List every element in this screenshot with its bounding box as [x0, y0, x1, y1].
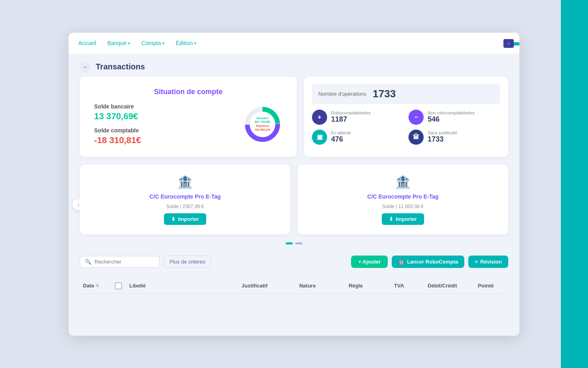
sans-just-icon: 🏛 — [408, 130, 424, 145]
bank-icon-2: 🏦 — [395, 174, 411, 189]
nav-edition[interactable]: Édition ▾ — [176, 40, 196, 46]
solde-comptable-label: Solde comptable — [94, 127, 230, 134]
download-icon-1: ⬇ — [171, 216, 176, 222]
donut-depenses-label: Dépenses — [255, 124, 270, 128]
download-icon-2: ⬇ — [389, 216, 393, 222]
nav-compta-label: Compta — [141, 40, 161, 46]
app-window: → Accueil Banque ▾ Compta — [69, 33, 519, 336]
bank-icon-1: 🏦 — [177, 174, 193, 189]
more-criteria-label: Plus de critères — [170, 259, 205, 265]
attente-icon: ▣ — [312, 130, 327, 145]
donut-recettes-label: Recettes — [255, 116, 270, 120]
donut-labels: Recettes 681 739,26€ Dépenses 700 050,07… — [255, 116, 270, 132]
bank-card-subtitle-2: Solde | 11 003,30 € — [382, 204, 424, 209]
nav-banque-label: Banque — [107, 40, 126, 46]
nav-accueil-label: Accueil — [78, 40, 96, 46]
col-pointe: Pointé — [466, 283, 505, 289]
situation-inner: Solde bancaire 13 370,69€ Solde comptabl… — [94, 103, 282, 146]
bank-card-2: 🏦 C/C Eurocompte Pro E-Tag Solde | 11 00… — [298, 165, 508, 234]
robo-value: 1187 — [331, 115, 371, 124]
col-tva: TVA — [380, 283, 418, 289]
donut-depenses-value: 700 050,07€ — [255, 128, 270, 132]
main-content: Situation de compte Solde bancaire 13 37… — [69, 77, 519, 302]
non-robo-value: 546 — [428, 115, 475, 124]
situation-row: Situation de compte Solde bancaire 13 37… — [80, 77, 508, 157]
col-justificatif-label: Justificatif — [241, 283, 267, 289]
search-input[interactable] — [95, 259, 150, 265]
edition-chevron-icon: ▾ — [194, 41, 196, 45]
stats-card: Nombre d'opérations 1733 + Robocomptabil… — [304, 77, 508, 157]
svg-text:→: → — [506, 41, 511, 46]
dot-1 — [286, 242, 293, 244]
donut-chart: Recettes 681 739,26€ Dépenses 700 050,07… — [243, 104, 282, 144]
pagination-dots — [80, 242, 508, 244]
bank-card-title-1: C/C Eurocompte Pro E-Tag — [150, 193, 221, 200]
bank-card-1: 🏦 C/C Eurocompte Pro E-Tag Solde | 2367,… — [80, 165, 290, 234]
nav-compta[interactable]: Compta ▾ — [141, 40, 164, 46]
select-all-checkbox[interactable] — [115, 282, 122, 289]
banque-chevron-icon: ▾ — [128, 41, 130, 45]
page-header: ← Transactions — [69, 54, 519, 77]
nb-operations-value: 1733 — [373, 88, 396, 100]
navbar: Accueil Banque ▾ Compta ▾ Édition ▾ — [69, 33, 519, 54]
more-criteria-button[interactable]: Plus de critères — [164, 256, 211, 268]
col-nature: Nature — [283, 283, 331, 289]
nb-operations-label: Nombre d'opérations — [318, 91, 366, 97]
stat-sans-just-text: Sans justificatif 1733 — [428, 130, 457, 144]
character-illustration: → — [495, 33, 519, 63]
stat-attente-text: En attente 476 — [331, 130, 351, 144]
col-debit-label: Débit/Crédit — [428, 283, 457, 289]
col-libelle-label: Libellé — [129, 283, 146, 289]
non-robo-icon: − — [408, 110, 424, 125]
search-input-wrap: 🔍 — [80, 256, 160, 268]
sans-just-value: 1733 — [428, 135, 457, 144]
add-button[interactable]: + Ajouter — [351, 256, 388, 268]
col-check — [115, 282, 129, 289]
col-debit-credit: Débit/Crédit — [418, 283, 467, 289]
search-icon: 🔍 — [85, 259, 91, 265]
import-label-2: Importer — [396, 216, 417, 222]
revision-button[interactable]: ≡ Révision — [468, 256, 508, 268]
teal-sidebar — [561, 0, 588, 368]
launch-robo-button[interactable]: 🤖 Lancer RoboCompta — [392, 256, 464, 268]
bank-card-title-2: C/C Eurocompte Pro E-Tag — [367, 193, 439, 200]
bank-cards-row: 🏦 C/C Eurocompte Pro E-Tag Solde | 2367,… — [80, 165, 508, 234]
col-nature-label: Nature — [299, 283, 316, 289]
import-button-1[interactable]: ⬇ Importer — [164, 213, 206, 225]
robo-icon-btn: 🤖 — [398, 259, 404, 265]
back-button[interactable]: ← — [80, 61, 91, 73]
action-buttons: + Ajouter 🤖 Lancer RoboCompta ≡ Révision — [351, 256, 508, 268]
attente-label: En attente — [331, 130, 351, 135]
col-libelle: Libellé — [129, 283, 226, 289]
import-label-1: Importer — [178, 216, 199, 222]
compta-chevron-icon: ▾ — [162, 41, 164, 45]
non-robo-label: Non robocomptabilisées — [428, 110, 475, 115]
sans-just-label: Sans justificatif — [428, 130, 457, 135]
col-pointe-label: Pointé — [478, 283, 494, 289]
bank-card-subtitle-1: Solde | 2367,39 € — [166, 204, 204, 209]
col-date-label: Date — [83, 283, 94, 289]
stat-sans-just: 🏛 Sans justificatif 1733 — [408, 130, 500, 145]
nav-accueil[interactable]: Accueil — [78, 40, 96, 46]
situation-card: Situation de compte Solde bancaire 13 37… — [80, 77, 297, 157]
revision-label: Révision — [480, 259, 502, 265]
search-group: 🔍 Plus de critères — [80, 256, 211, 268]
balances: Solde bancaire 13 370,69€ Solde comptabl… — [94, 103, 230, 146]
table-header: Date ⇅ Libellé Justificatif Nature Règle — [80, 278, 508, 294]
robo-icon: + — [312, 110, 327, 125]
situation-title: Situation de compte — [94, 88, 282, 96]
dot-2 — [295, 242, 302, 244]
sort-icon-date: ⇅ — [96, 283, 99, 288]
import-button-2[interactable]: ⬇ Importer — [382, 213, 424, 225]
stat-non-robo: − Non robocomptabilisées 546 — [408, 110, 500, 125]
col-tva-label: TVA — [394, 283, 404, 289]
col-regle-label: Règle — [349, 283, 363, 289]
attente-value: 476 — [331, 135, 351, 144]
solde-bancaire-value: 13 370,69€ — [94, 111, 230, 122]
col-date: Date ⇅ — [83, 283, 115, 289]
search-action-row: 🔍 Plus de critères + Ajouter 🤖 Lancer Ro… — [80, 251, 508, 273]
revision-icon: ≡ — [475, 259, 478, 265]
robo-label: Robocomptabilisées — [331, 110, 371, 115]
col-justificatif: Justificatif — [226, 283, 284, 289]
nav-banque[interactable]: Banque ▾ — [107, 40, 130, 46]
